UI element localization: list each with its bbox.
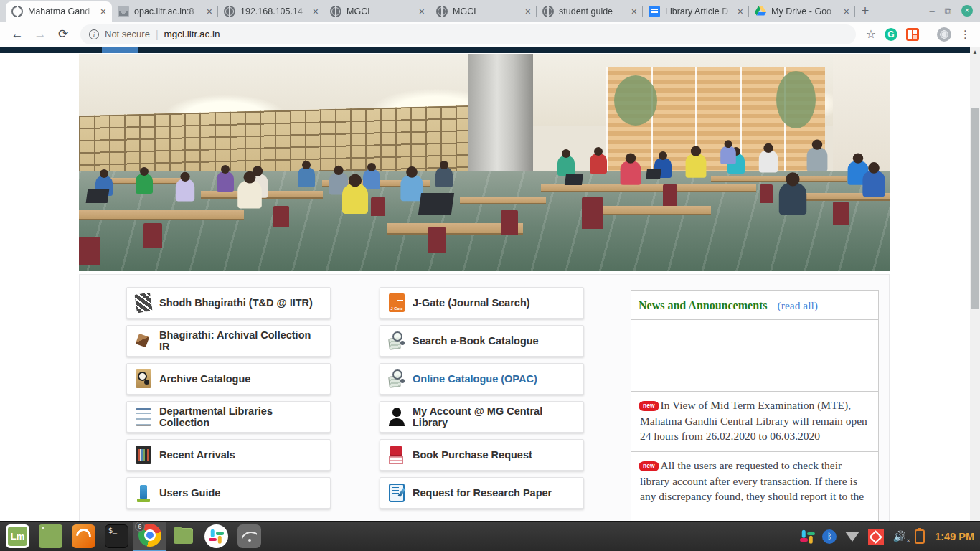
bookmark-star-icon[interactable]: ☆ xyxy=(866,27,876,41)
tab-opac[interactable]: opac.iitr.ac.in:8 × xyxy=(112,1,218,22)
photo-chair xyxy=(582,197,603,229)
tab-title: 192.168.105.14 xyxy=(240,6,308,17)
anydesk-icon[interactable] xyxy=(868,529,884,545)
site-navbar-edge xyxy=(0,47,980,53)
address-bar[interactable]: i Not secure | mgcl.iitr.ac.in xyxy=(80,24,856,44)
photo-chair xyxy=(760,184,773,203)
link-label: Users Guide xyxy=(159,487,220,499)
link-label: Archive Catalogue xyxy=(159,373,250,385)
link-shodh-bhagirathi[interactable]: Shodh Bhagirathi (T&D @ IITR) xyxy=(126,287,331,319)
link-jgate[interactable]: J-Gate J-Gate (Journal Search) xyxy=(380,287,584,319)
link-bhagirathi-archival[interactable]: Bhagirathi: Archival Collection IR xyxy=(126,325,331,357)
profile-avatar[interactable] xyxy=(937,27,951,42)
tab-close-icon[interactable]: × xyxy=(844,6,849,17)
tab-my-drive[interactable]: My Drive - Goo × xyxy=(749,1,855,22)
photo-table xyxy=(541,184,756,192)
news-announcements-panel: News and Announcements (read all) newIn … xyxy=(631,290,879,521)
photo-laptop xyxy=(565,174,583,185)
photo-student xyxy=(298,167,315,187)
news-header: News and Announcements (read all) xyxy=(631,291,878,320)
scrollbar-thumb[interactable] xyxy=(971,108,979,309)
forward-button[interactable]: → xyxy=(30,24,50,44)
mint-menu-icon[interactable] xyxy=(6,524,29,548)
page-viewport: Shodh Bhagirathi (T&D @ IITR) Bhagirathi… xyxy=(0,47,980,521)
security-label: Not secure xyxy=(105,29,150,39)
browser-navbar: ← → ⟳ i Not secure | mgcl.iitr.ac.in ☆ G… xyxy=(0,22,980,47)
link-label: Online Catalogue (OPAC) xyxy=(413,373,537,385)
page-scrollbar[interactable]: ▲ xyxy=(970,47,980,521)
link-users-guide[interactable]: Users Guide xyxy=(126,477,331,509)
link-opac[interactable]: Online Catalogue (OPAC) xyxy=(380,363,584,395)
link-label: J-Gate (Journal Search) xyxy=(413,297,530,309)
news-text: In View of Mid Term Examination (MTE), M… xyxy=(640,399,867,442)
link-departmental-libraries[interactable]: Departmental Libraries Collection xyxy=(126,401,331,433)
news-item: newAll the users are requested to check … xyxy=(631,451,878,512)
link-my-account[interactable]: My Account @ MG Central Library xyxy=(380,401,584,433)
tab-student-guide[interactable]: student guide × xyxy=(537,1,643,22)
scrollbar-up-arrow[interactable]: ▲ xyxy=(970,49,980,55)
chrome-window-count-badge: 6 xyxy=(135,522,145,532)
tab-title: Library Article D xyxy=(665,6,732,17)
network-app-icon[interactable] xyxy=(237,524,261,548)
tab-mahatma-gandhi[interactable]: Mahatma Gand × xyxy=(6,1,112,22)
tab-ip-address[interactable]: 192.168.105.14 × xyxy=(218,1,324,22)
link-label: Recent Arrivals xyxy=(159,449,235,461)
quick-links-panel: Shodh Bhagirathi (T&D @ IITR) Bhagirathi… xyxy=(79,274,890,521)
library-photo xyxy=(79,54,890,271)
link-book-purchase[interactable]: Book Purchase Request xyxy=(380,439,584,471)
close-window-button[interactable]: × xyxy=(961,5,973,17)
link-archive-catalogue[interactable]: Archive Catalogue xyxy=(126,363,331,395)
tab-mgcl-1[interactable]: MGCL × xyxy=(324,1,430,22)
link-research-paper[interactable]: Request for Research Paper xyxy=(380,477,584,509)
file-manager-icon[interactable] xyxy=(171,524,195,548)
window-controls: – ⧉ × xyxy=(929,0,973,22)
link-recent-arrivals[interactable]: Recent Arrivals xyxy=(126,439,331,471)
show-desktop-icon[interactable] xyxy=(39,524,62,548)
photo-student xyxy=(807,148,828,172)
photo-laptop xyxy=(418,193,453,215)
extension-grid-icon[interactable] xyxy=(906,28,919,41)
documents-stack-icon xyxy=(136,408,151,426)
grammarly-extension-icon[interactable]: G xyxy=(885,28,897,41)
tab-close-icon[interactable]: × xyxy=(100,6,106,17)
photo-student xyxy=(363,169,380,189)
link-label: My Account @ MG Central Library xyxy=(413,405,576,428)
bluetooth-icon[interactable]: ᛒ xyxy=(822,529,837,544)
volume-muted-icon[interactable]: 🔊 xyxy=(892,530,906,543)
photo-tree xyxy=(776,71,816,128)
info-icon[interactable]: i xyxy=(89,29,99,39)
reload-button[interactable]: ⟳ xyxy=(53,24,73,44)
tab-library-article[interactable]: Library Article D × xyxy=(643,1,749,22)
tab-close-icon[interactable]: × xyxy=(738,6,743,17)
tab-mgcl-2[interactable]: MGCL × xyxy=(430,1,537,22)
photo-student xyxy=(136,174,153,194)
photo-student xyxy=(862,170,885,196)
maximize-button[interactable]: ⧉ xyxy=(945,6,951,16)
tab-close-icon[interactable]: × xyxy=(525,6,531,17)
link-label: Shodh Bhagirathi (T&D @ IITR) xyxy=(159,297,313,309)
slack-tray-icon[interactable] xyxy=(801,531,814,543)
firefox-icon[interactable] xyxy=(72,524,95,548)
photo-student xyxy=(435,167,453,187)
person-silhouette-icon xyxy=(389,408,405,426)
link-ebook-catalogue[interactable]: Search e-Book Catalogue xyxy=(380,325,584,357)
link-label: Book Purchase Request xyxy=(413,449,532,461)
photo-student xyxy=(590,154,607,174)
terminal-icon[interactable]: $_ xyxy=(105,524,128,548)
minimize-button[interactable]: – xyxy=(929,6,934,16)
slack-icon[interactable] xyxy=(204,524,228,548)
photo-chair xyxy=(273,206,289,227)
battery-icon[interactable] xyxy=(915,529,925,544)
tab-close-icon[interactable]: × xyxy=(313,6,319,17)
tab-close-icon[interactable]: × xyxy=(631,6,637,17)
wifi-tray-icon[interactable] xyxy=(845,532,859,542)
chrome-taskbar-item[interactable]: 6 xyxy=(133,522,166,551)
tab-close-icon[interactable]: × xyxy=(419,6,425,17)
browser-menu-icon[interactable]: ⋮ xyxy=(960,33,970,36)
tab-close-icon[interactable]: × xyxy=(207,6,212,17)
photo-student xyxy=(685,154,706,179)
read-all-link[interactable]: (read all) xyxy=(778,299,818,312)
new-tab-button[interactable]: + xyxy=(855,1,875,21)
back-button[interactable]: ← xyxy=(7,24,27,44)
thesis-books-icon xyxy=(134,293,152,314)
